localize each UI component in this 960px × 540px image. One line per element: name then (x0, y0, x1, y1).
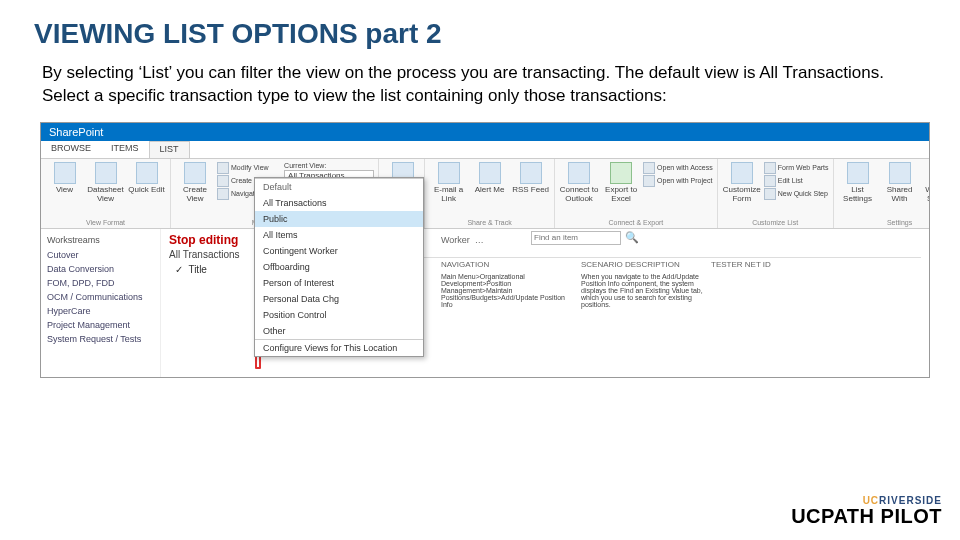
title-column: Title (188, 264, 207, 275)
form-web-parts-button[interactable]: Form Web Parts (764, 162, 829, 174)
tab-list[interactable]: LIST (149, 141, 190, 158)
alert-me-button[interactable]: Alert Me (470, 162, 509, 203)
rss-feed-button[interactable]: RSS Feed (511, 162, 550, 203)
sidebar-item-cutover[interactable]: Cutover (47, 250, 154, 260)
configure-views-link[interactable]: Configure Views for This Location (255, 339, 423, 356)
create-view-button[interactable]: Create View (175, 162, 215, 203)
sidebar-header: Workstreams (47, 235, 154, 245)
view-option-all-transactions[interactable]: All Transactions (255, 195, 423, 211)
cell-tester (711, 273, 791, 308)
email-link-button[interactable]: E-mail a Link (429, 162, 468, 203)
connect-outlook-button[interactable]: Connect to Outlook (559, 162, 599, 203)
col-navigation: NAVIGATION (441, 260, 581, 269)
list-settings-button[interactable]: List Settings (838, 162, 878, 203)
view-option-all-items[interactable]: All Items (255, 227, 423, 243)
col-scenario-description: SCENARIO DESCRIPTION (581, 260, 711, 269)
view-button[interactable]: View (45, 162, 84, 203)
view-option-offboarding[interactable]: Offboarding (255, 259, 423, 275)
view-option-other[interactable]: Other (255, 323, 423, 339)
group-settings: Settings (838, 217, 930, 226)
group-connect-export: Connect & Export (559, 217, 713, 226)
ucpath-pilot-logo: UCRIVERSIDE UCPATH PILOT (791, 496, 942, 526)
sidebar-item-fom-dpd-fdd[interactable]: FOM, DPD, FDD (47, 278, 154, 288)
group-customize-list: Customize List (722, 217, 829, 226)
tab-items[interactable]: ITEMS (101, 141, 149, 158)
tab-browse[interactable]: BROWSE (41, 141, 101, 158)
sharepoint-brand-bar: SharePoint (41, 123, 929, 141)
view-option-position-control[interactable]: Position Control (255, 307, 423, 323)
find-item-input[interactable] (531, 231, 621, 245)
sidebar-item-system-request[interactable]: System Request / Tests (47, 334, 154, 344)
worker-column: Worker … (441, 235, 484, 245)
view-option-contingent-worker[interactable]: Contingent Worker (255, 243, 423, 259)
quick-edit-button[interactable]: Quick Edit (127, 162, 166, 203)
group-view-format: View Format (45, 217, 166, 226)
cell-description: When you navigate to the Add/Update Posi… (581, 273, 711, 308)
customize-form-button[interactable]: Customize Form (722, 162, 762, 203)
sidebar-item-hypercare[interactable]: HyperCare (47, 306, 154, 316)
sidebar-item-project-management[interactable]: Project Management (47, 320, 154, 330)
view-option-person-of-interest[interactable]: Person of Interest (255, 275, 423, 291)
group-share-track: Share & Track (429, 217, 550, 226)
shared-with-button[interactable]: Shared With (880, 162, 920, 203)
view-option-public[interactable]: Public (255, 211, 423, 227)
search-icon[interactable]: 🔍 (625, 231, 639, 244)
open-with-access-button[interactable]: Open with Access (643, 162, 713, 174)
sharepoint-screenshot: SharePoint BROWSE ITEMS LIST View Datash… (40, 122, 930, 378)
sidebar-item-data-conversion[interactable]: Data Conversion (47, 264, 154, 274)
dropdown-section-default: Default (255, 178, 423, 195)
cell-navigation: Main Menu>Organizational Development>Pos… (441, 273, 581, 308)
slide-title: VIEWING LIST OPTIONS part 2 (34, 18, 960, 50)
modify-view-button[interactable]: Modify View (217, 162, 278, 174)
edit-list-button[interactable]: Edit List (764, 175, 829, 187)
current-view-label: Current View: (284, 162, 374, 169)
view-option-personal-data-chg[interactable]: Personal Data Chg (255, 291, 423, 307)
new-quick-step-button[interactable]: New Quick Step (764, 188, 829, 200)
export-excel-button[interactable]: Export to Excel (601, 162, 641, 203)
open-with-project-button[interactable]: Open with Project (643, 175, 713, 187)
datasheet-view-button[interactable]: Datasheet View (86, 162, 125, 203)
left-sidebar: Workstreams Cutover Data Conversion FOM,… (41, 229, 161, 378)
col-tester-netid: TESTER NET ID (711, 260, 791, 269)
sidebar-item-ocm-communications[interactable]: OCM / Communications (47, 292, 154, 302)
current-view-menu[interactable]: Default All Transactions Public All Item… (254, 177, 424, 357)
ribbon: View Datasheet View Quick Edit View Form… (41, 159, 929, 229)
workflow-settings-button[interactable]: Workflow Settings (922, 162, 930, 203)
ribbon-tabs: BROWSE ITEMS LIST (41, 141, 929, 159)
slide-description: By selecting ‘List’ you can filter the v… (42, 62, 904, 108)
